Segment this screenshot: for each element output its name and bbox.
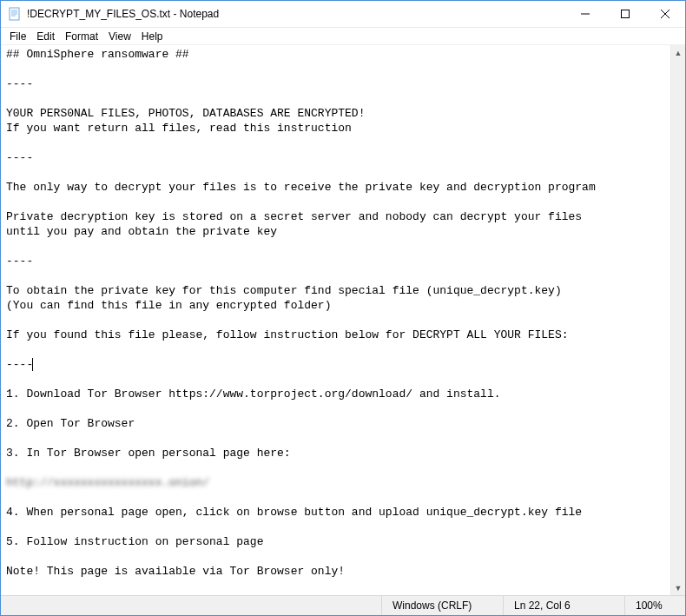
- statusbar: Windows (CRLF) Ln 22, Col 6 100%: [1, 595, 685, 615]
- minimize-button[interactable]: [565, 1, 605, 27]
- scroll-up-icon[interactable]: ▲: [671, 45, 685, 60]
- status-zoom: 100%: [624, 596, 685, 615]
- menu-edit[interactable]: Edit: [31, 30, 60, 43]
- maximize-button[interactable]: [605, 1, 645, 27]
- vertical-scrollbar[interactable]: ▲ ▼: [670, 45, 685, 595]
- titlebar: !DECRYPT_MY_FILES_OS.txt - Notepad: [1, 1, 685, 28]
- menu-file[interactable]: File: [4, 30, 31, 43]
- scroll-down-icon[interactable]: ▼: [671, 580, 685, 595]
- close-button[interactable]: [645, 1, 685, 27]
- window-controls: [565, 1, 685, 27]
- text-content[interactable]: ## OmniSphere ransomware ## ---- Y0UR PE…: [1, 45, 685, 595]
- status-encoding: Windows (CRLF): [381, 596, 503, 615]
- window-title: !DECRYPT_MY_FILES_OS.txt - Notepad: [27, 8, 219, 20]
- status-position: Ln 22, Col 6: [503, 596, 624, 615]
- scroll-track[interactable]: [671, 60, 685, 580]
- menubar: File Edit Format View Help: [1, 28, 685, 45]
- menu-format[interactable]: Format: [60, 30, 103, 43]
- editor-area: ## OmniSphere ransomware ## ---- Y0UR PE…: [1, 45, 685, 595]
- notepad-icon: [8, 7, 22, 21]
- notepad-window: !DECRYPT_MY_FILES_OS.txt - Notepad File …: [0, 0, 686, 616]
- svg-rect-6: [622, 10, 630, 18]
- menu-view[interactable]: View: [103, 30, 136, 43]
- menu-help[interactable]: Help: [136, 30, 168, 43]
